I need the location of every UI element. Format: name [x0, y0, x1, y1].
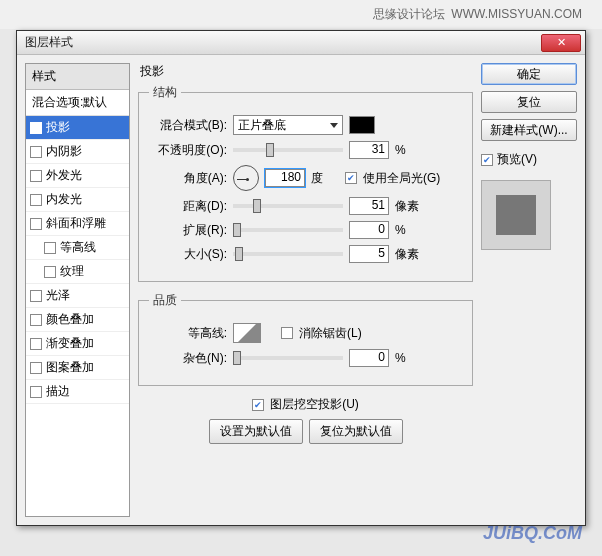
- global-light-checkbox[interactable]: [345, 172, 357, 184]
- distance-input[interactable]: 51: [349, 197, 389, 215]
- cancel-button[interactable]: 复位: [481, 91, 577, 113]
- style-checkbox[interactable]: [30, 338, 42, 350]
- style-checkbox[interactable]: [30, 218, 42, 230]
- noise-slider[interactable]: [233, 356, 343, 360]
- styles-header: 样式: [26, 64, 129, 90]
- percent-unit: %: [395, 223, 423, 237]
- spread-input[interactable]: 0: [349, 221, 389, 239]
- style-checkbox[interactable]: [30, 362, 42, 374]
- style-checkbox[interactable]: [30, 386, 42, 398]
- ok-button[interactable]: 确定: [481, 63, 577, 85]
- style-checkbox[interactable]: [30, 290, 42, 302]
- style-item-11[interactable]: 描边: [26, 380, 129, 404]
- dialog-title: 图层样式: [25, 34, 73, 51]
- preview-thumbnail: [481, 180, 551, 250]
- style-item-2[interactable]: 外发光: [26, 164, 129, 188]
- style-checkbox[interactable]: [30, 314, 42, 326]
- degree-unit: 度: [311, 170, 339, 187]
- set-default-button[interactable]: 设置为默认值: [209, 419, 303, 444]
- style-checkbox[interactable]: [30, 122, 42, 134]
- blend-mode-value: 正片叠底: [238, 117, 286, 134]
- knockout-row: 图层挖空投影(U): [138, 396, 473, 413]
- preview-checkbox[interactable]: [481, 154, 493, 166]
- px-unit: 像素: [395, 246, 423, 263]
- antialias-label: 消除锯齿(L): [299, 325, 362, 342]
- angle-row: 角度(A): 180 度 使用全局光(G): [149, 165, 462, 191]
- shadow-color-swatch[interactable]: [349, 116, 375, 134]
- blend-options-row[interactable]: 混合选项:默认: [26, 90, 129, 116]
- style-label: 斜面和浮雕: [46, 215, 106, 232]
- dialog-body: 样式 混合选项:默认 投影内阴影外发光内发光斜面和浮雕等高线纹理光泽颜色叠加渐变…: [17, 55, 585, 525]
- quality-group: 品质 等高线: 消除锯齿(L) 杂色(N): 0 %: [138, 292, 473, 386]
- styles-list-panel: 样式 混合选项:默认 投影内阴影外发光内发光斜面和浮雕等高线纹理光泽颜色叠加渐变…: [25, 63, 130, 517]
- spread-row: 扩展(R): 0 %: [149, 221, 462, 239]
- size-row: 大小(S): 5 像素: [149, 245, 462, 263]
- opacity-row: 不透明度(O): 31 %: [149, 141, 462, 159]
- style-label: 颜色叠加: [46, 311, 94, 328]
- close-button[interactable]: ✕: [541, 34, 581, 52]
- angle-dial[interactable]: [233, 165, 259, 191]
- style-checkbox[interactable]: [30, 146, 42, 158]
- site-name: 思缘设计论坛: [373, 7, 445, 21]
- angle-input[interactable]: 180: [265, 169, 305, 187]
- style-label: 光泽: [46, 287, 70, 304]
- opacity-label: 不透明度(O):: [149, 142, 227, 159]
- style-checkbox[interactable]: [30, 170, 42, 182]
- structure-group: 结构 混合模式(B): 正片叠底 不透明度(O): 31 % 角度: [138, 84, 473, 282]
- style-item-0[interactable]: 投影: [26, 116, 129, 140]
- contour-row: 等高线: 消除锯齿(L): [149, 323, 462, 343]
- distance-label: 距离(D):: [149, 198, 227, 215]
- quality-legend: 品质: [149, 292, 181, 309]
- size-slider[interactable]: [233, 252, 343, 256]
- opacity-input[interactable]: 31: [349, 141, 389, 159]
- blend-mode-row: 混合模式(B): 正片叠底: [149, 115, 462, 135]
- style-label: 描边: [46, 383, 70, 400]
- settings-panel: 投影 结构 混合模式(B): 正片叠底 不透明度(O): 31 %: [138, 63, 473, 517]
- preview-toggle[interactable]: 预览(V): [481, 151, 577, 168]
- style-label: 纹理: [60, 263, 84, 280]
- noise-label: 杂色(N):: [149, 350, 227, 367]
- percent-unit: %: [395, 351, 423, 365]
- style-checkbox[interactable]: [44, 242, 56, 254]
- titlebar[interactable]: 图层样式 ✕: [17, 31, 585, 55]
- style-item-7[interactable]: 光泽: [26, 284, 129, 308]
- noise-input[interactable]: 0: [349, 349, 389, 367]
- style-item-8[interactable]: 颜色叠加: [26, 308, 129, 332]
- contour-picker[interactable]: [233, 323, 261, 343]
- style-checkbox[interactable]: [30, 194, 42, 206]
- global-light-label: 使用全局光(G): [363, 170, 440, 187]
- style-item-3[interactable]: 内发光: [26, 188, 129, 212]
- noise-row: 杂色(N): 0 %: [149, 349, 462, 367]
- px-unit: 像素: [395, 198, 423, 215]
- style-item-10[interactable]: 图案叠加: [26, 356, 129, 380]
- action-panel: 确定 复位 新建样式(W)... 预览(V): [481, 63, 577, 517]
- size-label: 大小(S):: [149, 246, 227, 263]
- default-buttons-row: 设置为默认值 复位为默认值: [138, 419, 473, 444]
- new-style-button[interactable]: 新建样式(W)...: [481, 119, 577, 141]
- spread-slider[interactable]: [233, 228, 343, 232]
- style-item-9[interactable]: 渐变叠加: [26, 332, 129, 356]
- style-label: 内发光: [46, 191, 82, 208]
- size-input[interactable]: 5: [349, 245, 389, 263]
- antialias-checkbox[interactable]: [281, 327, 293, 339]
- blend-mode-label: 混合模式(B):: [149, 117, 227, 134]
- percent-unit: %: [395, 143, 423, 157]
- style-item-1[interactable]: 内阴影: [26, 140, 129, 164]
- style-label: 外发光: [46, 167, 82, 184]
- angle-label: 角度(A):: [149, 170, 227, 187]
- style-checkbox[interactable]: [44, 266, 56, 278]
- reset-default-button[interactable]: 复位为默认值: [309, 419, 403, 444]
- knockout-checkbox[interactable]: [252, 399, 264, 411]
- style-item-6[interactable]: 纹理: [26, 260, 129, 284]
- blend-mode-select[interactable]: 正片叠底: [233, 115, 343, 135]
- opacity-slider[interactable]: [233, 148, 343, 152]
- contour-label: 等高线:: [149, 325, 227, 342]
- preview-label: 预览(V): [497, 151, 537, 168]
- style-label: 渐变叠加: [46, 335, 94, 352]
- structure-legend: 结构: [149, 84, 181, 101]
- style-item-4[interactable]: 斜面和浮雕: [26, 212, 129, 236]
- knockout-label: 图层挖空投影(U): [270, 396, 359, 413]
- distance-slider[interactable]: [233, 204, 343, 208]
- style-item-5[interactable]: 等高线: [26, 236, 129, 260]
- site-url: WWW.MISSYUAN.COM: [451, 7, 582, 21]
